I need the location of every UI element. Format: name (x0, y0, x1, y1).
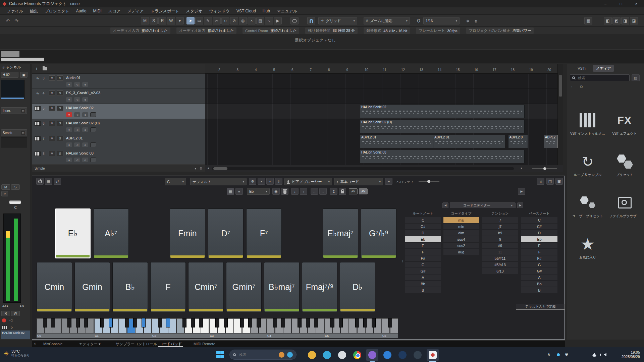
right-zone-toggle-icon[interactable]: ◨ (621, 17, 629, 24)
voicing-dropdown[interactable]: ♪ 基本コード ▾ (334, 178, 383, 185)
chord-pad[interactable]: E♭maj⁷ (323, 208, 358, 258)
weather-widget[interactable]: ☀ 33°C 晴れのち曇り (3, 349, 30, 358)
bass-note-option[interactable]: A (521, 275, 557, 281)
chord-pad[interactable]: B♭ (112, 262, 148, 312)
tab-chord-pads[interactable]: コードパッド (158, 342, 183, 347)
chord-assistant-icon[interactable]: ♫ (537, 178, 544, 185)
tension-option[interactable]: b9 (482, 230, 518, 236)
taskbar-app-epic[interactable] (412, 349, 424, 361)
track-mute-button[interactable]: M (49, 75, 55, 81)
setup-panel-icon[interactable]: ▣ (555, 178, 563, 185)
pads-view-icon[interactable]: ▦ (227, 188, 234, 195)
chord-pad[interactable]: F (150, 262, 186, 312)
overview-range-bar[interactable] (1, 58, 44, 61)
track-row[interactable]: ∿3MSAudio 01●◁e (32, 74, 205, 89)
glue-tool[interactable]: ∪ (221, 17, 229, 24)
track-mute-button[interactable]: M (49, 136, 55, 141)
tab-editor[interactable]: エディター ▾ (77, 342, 102, 347)
piano-black-key[interactable] (199, 318, 203, 327)
record-arm-button[interactable]: ● (66, 82, 72, 87)
minimize-button[interactable]: – (598, 0, 613, 7)
piano-black-key[interactable] (306, 318, 310, 327)
piano-black-key[interactable] (67, 318, 71, 327)
bass-note-option[interactable]: G# (521, 268, 557, 274)
monitor-button[interactable]: ◁ (74, 158, 80, 162)
menu-item[interactable]: Hub (259, 7, 273, 15)
tab-mixconsole[interactable]: MixConsole (42, 342, 64, 347)
root-key-dropdown[interactable]: C ▾ (165, 178, 186, 185)
bass-note-option[interactable]: Eb (521, 236, 557, 242)
transpose-up-icon[interactable]: ↥ (330, 188, 337, 195)
maximize-button[interactable]: □ (613, 0, 629, 7)
visibility-agent-value[interactable]: Simple (35, 167, 45, 170)
piano-black-key[interactable] (355, 318, 359, 327)
chord-type-option[interactable]: dim (443, 230, 479, 236)
next-page-icon[interactable]: ▶ (518, 188, 525, 195)
track-mute-button[interactable]: M (49, 121, 55, 126)
zoom-slider[interactable] (532, 168, 557, 169)
taskbar-app-mail-app[interactable] (336, 349, 348, 361)
piano-black-key[interactable] (224, 318, 228, 327)
adaptive-voicing-button[interactable]: AV (349, 188, 358, 194)
chord-pad[interactable]: Gmin⁷ (226, 262, 262, 312)
midi-clip[interactable]: HALion Sonic 02 (360, 105, 525, 118)
quantize-preset-dropdown[interactable]: 1/16 ▾ (423, 17, 460, 24)
chord-pad[interactable]: Fmin (170, 208, 205, 258)
media-tile-piano[interactable]: VST インストゥルメント (570, 111, 605, 150)
chord-pad[interactable]: Gmin (74, 262, 110, 312)
bass-note-option[interactable]: Bb (521, 281, 557, 287)
split-tool[interactable]: ✂ (213, 17, 221, 24)
chord-pad[interactable]: D♭ (340, 262, 375, 312)
piano-black-key[interactable] (314, 318, 318, 327)
chord-type-option[interactable]: sus2 (443, 243, 479, 249)
horizontal-scroll-track[interactable] (212, 167, 514, 170)
piano-black-key[interactable] (43, 318, 47, 327)
sends-section-button[interactable]: Sends ▤ (1, 129, 27, 136)
tab-sampler-control[interactable]: サンプラーコントロール (114, 342, 158, 347)
write-automation-button[interactable]: W (11, 311, 20, 316)
menu-item[interactable]: トランスポート (147, 7, 183, 15)
tension-option[interactable]: 11 (482, 249, 518, 255)
midi-clip[interactable]: ABPL2 01 (433, 135, 505, 148)
tab-vsti[interactable]: VSTi (572, 65, 591, 72)
root-note-option[interactable]: Eb (405, 236, 441, 242)
tension-option[interactable]: j7 (482, 224, 518, 230)
chord-type-option[interactable]: sus4 (443, 236, 479, 242)
preset-export-icon[interactable]: ▣ (20, 72, 28, 78)
root-note-option[interactable]: E (405, 243, 441, 249)
inserts-section-button[interactable]: Inser. ▤ (1, 107, 27, 114)
taskbar-search-box[interactable] (229, 350, 297, 360)
search-highlight-icon[interactable] (279, 352, 284, 358)
chord-pad[interactable]: F⁷ (246, 208, 282, 258)
editor-next-icon[interactable]: ▶ (517, 202, 523, 208)
current-chord-dropdown[interactable]: Eb ▾ (247, 188, 270, 195)
home-icon[interactable]: ⌂ (580, 83, 583, 88)
piano-black-key[interactable] (166, 318, 170, 327)
start-button[interactable] (216, 351, 224, 358)
move-up-icon[interactable]: ↑ (300, 188, 307, 195)
record-arm-button[interactable]: ● (66, 158, 72, 162)
track-solo-button[interactable]: S (57, 151, 63, 156)
bass-note-option[interactable]: D (521, 230, 557, 236)
track-solo-button[interactable]: S (57, 75, 63, 81)
window-layout-icon[interactable]: ◪ (630, 17, 638, 24)
piano-black-key[interactable] (133, 318, 137, 327)
instrument-editor-button[interactable] (90, 142, 96, 147)
menu-item[interactable]: ウィンドウ (206, 7, 233, 15)
bass-note-option[interactable]: C# (521, 224, 557, 230)
chord-pads-power-button[interactable] (36, 178, 44, 185)
midi-clip[interactable]: HALion Sonic 02 (D) (360, 120, 525, 133)
edit-channel-button[interactable]: e (82, 127, 88, 132)
root-note-option[interactable]: G# (405, 268, 441, 274)
piano-black-key[interactable] (298, 318, 302, 327)
up-arrow-icon[interactable]: ▲ (258, 178, 265, 185)
chevron-down-icon[interactable]: ▾ (195, 167, 197, 170)
volume-fader-handle[interactable] (9, 200, 21, 204)
comment-tool-icon[interactable] (290, 17, 299, 24)
grid-type-dropdown[interactable]: ✛ グリッド ▾ (318, 17, 357, 24)
edit-channel-button[interactable]: e (82, 142, 88, 147)
draw-tool[interactable]: ✎ (204, 17, 212, 24)
media-tile-star[interactable]: ★お気に入り (570, 234, 605, 274)
menu-item[interactable]: ファイル (3, 7, 26, 15)
shift-right-icon[interactable]: → (319, 188, 327, 195)
